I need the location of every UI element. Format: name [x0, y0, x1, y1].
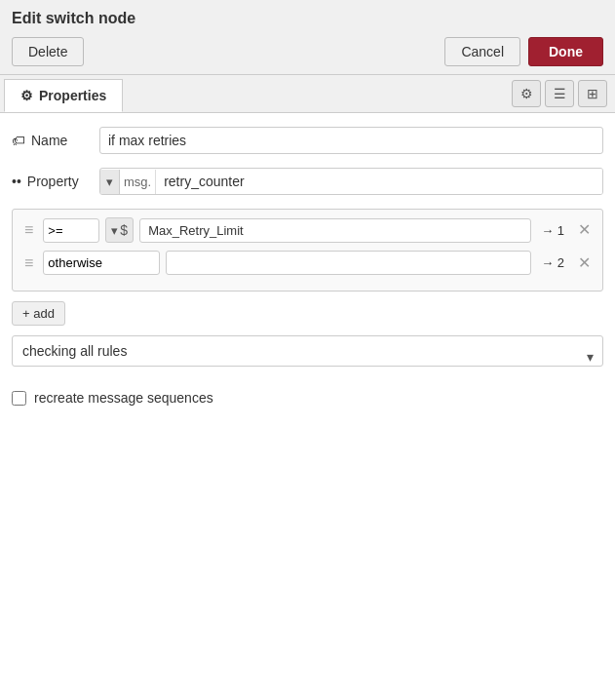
otherwise-value-input[interactable]	[166, 251, 531, 275]
recreate-checkbox-row: recreate message sequences	[12, 390, 603, 406]
operator-dropdown-1[interactable]: >= > = != <= <	[48, 223, 95, 238]
panel-header: Edit switch node Delete Cancel Done	[0, 0, 615, 75]
recreate-label: recreate message sequences	[34, 390, 213, 406]
add-rule-button[interactable]: + add	[12, 301, 65, 326]
dollar-icon-1: $	[120, 222, 128, 238]
property-input-wrapper: ▾ msg.	[99, 168, 603, 195]
gear-small-icon: ⚙	[20, 88, 33, 103]
property-label: •• Property	[12, 174, 99, 189]
right-buttons: Cancel Done	[444, 37, 603, 66]
settings-icon-btn[interactable]: ⚙	[512, 80, 541, 107]
doc-icon-btn[interactable]: ☰	[545, 80, 574, 107]
dropdown-arrow-icon: ▾	[106, 175, 113, 189]
otherwise-delete[interactable]: ✕	[574, 253, 595, 273]
done-button[interactable]: Done	[528, 37, 603, 66]
tabs-row: ⚙ Properties ⚙ ☰ ⊞	[0, 75, 615, 113]
drag-handle-1[interactable]: ≡	[20, 219, 37, 241]
otherwise-dropdown[interactable]: otherwise	[48, 255, 150, 270]
property-field-row: •• Property ▾ msg.	[12, 168, 603, 195]
panel-title: Edit switch node	[12, 10, 603, 27]
dots-icon: ••	[12, 174, 21, 189]
drag-handle-otherwise[interactable]: ≡	[20, 253, 37, 274]
tag-icon: 🏷	[12, 133, 25, 148]
dropdown-small-arrow-1: ▾	[111, 223, 118, 238]
otherwise-row: ≡ otherwise → 2 ✕	[20, 251, 595, 275]
edit-switch-panel: Edit switch node Delete Cancel Done ⚙ Pr…	[0, 0, 615, 700]
name-input[interactable]	[99, 127, 603, 154]
otherwise-arrow: → 2	[537, 255, 568, 270]
type-btn-1[interactable]: ▾ $	[105, 217, 134, 243]
property-prefix: msg.	[120, 170, 156, 194]
checking-select-wrapper: checking all rules stopping after first …	[12, 335, 603, 378]
cancel-button[interactable]: Cancel	[444, 37, 520, 66]
rule-arrow-1: → 1	[537, 223, 568, 238]
toolbar: Delete Cancel Done	[12, 37, 603, 66]
tab-properties-label: Properties	[39, 88, 106, 103]
rule-delete-1[interactable]: ✕	[574, 220, 595, 240]
property-value-input[interactable]	[156, 169, 602, 194]
rule-row-1: ≡ >= > = != <= < ▾ $ → 1	[20, 217, 595, 243]
property-dropdown[interactable]: ▾	[100, 170, 120, 194]
operator-select-1[interactable]: >= > = != <= <	[43, 218, 99, 243]
tab-icon-group: ⚙ ☰ ⊞	[512, 80, 615, 107]
delete-button[interactable]: Delete	[12, 37, 84, 66]
otherwise-select[interactable]: otherwise	[43, 251, 160, 275]
name-field-row: 🏷 Name	[12, 127, 603, 154]
name-label: 🏷 Name	[12, 133, 99, 148]
tab-properties[interactable]: ⚙ Properties	[4, 79, 123, 112]
checking-select[interactable]: checking all rules stopping after first …	[12, 335, 603, 367]
rules-container: ≡ >= > = != <= < ▾ $ → 1	[12, 209, 603, 292]
recreate-checkbox[interactable]	[12, 391, 26, 406]
grid-icon-btn[interactable]: ⊞	[578, 80, 607, 107]
rule-value-input-1[interactable]	[139, 218, 531, 243]
panel-body: 🏷 Name •• Property ▾ msg. ≡	[0, 113, 615, 700]
